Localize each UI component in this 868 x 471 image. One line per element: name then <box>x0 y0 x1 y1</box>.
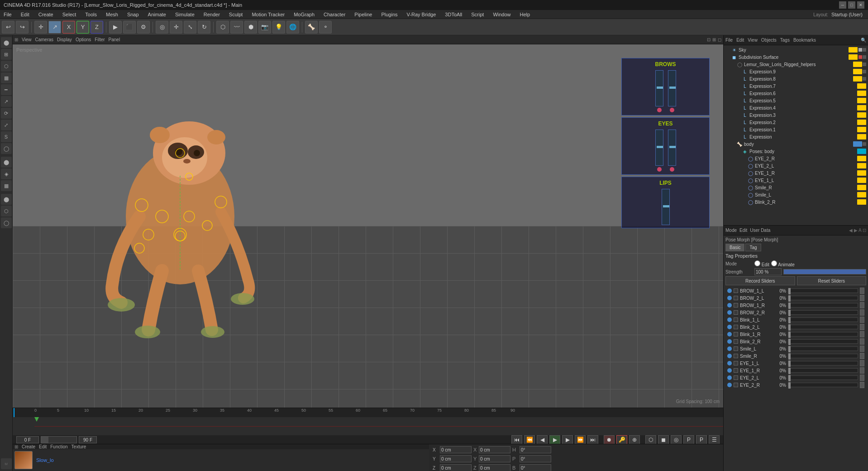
left-tool-11[interactable]: ⬤ <box>1 157 12 168</box>
viewport-icon-1[interactable]: ⊡ <box>707 37 711 42</box>
slider-key-BROW_1_L[interactable] <box>860 288 864 294</box>
z2-input[interactable] <box>479 464 510 471</box>
rotate-button[interactable]: ↻ <box>198 21 210 34</box>
p-input[interactable] <box>520 455 551 462</box>
y-axis-button[interactable]: Y <box>76 21 89 34</box>
timeline-btn-4[interactable]: P <box>683 435 694 444</box>
tree-item-helpers[interactable]: ◯ Lemur_Slow_Loris_Rigged_helpers <box>725 61 867 68</box>
slider-key-Blink_1_R[interactable] <box>860 331 864 337</box>
playhead[interactable] <box>14 408 14 417</box>
tree-item-body[interactable]: 🦴 body <box>725 140 867 148</box>
slider-handle-Blink_2_L[interactable] <box>788 324 791 331</box>
mode-animate-label[interactable]: Animate <box>771 260 795 267</box>
tree-item-eye2r[interactable]: ◯ EYE_2_R <box>725 155 867 162</box>
move-tool-button[interactable]: ↗ <box>48 21 61 34</box>
motion-paths-button[interactable]: ⊕ <box>629 435 640 444</box>
select-tool-button[interactable]: ◎ <box>156 21 168 34</box>
slider-handle-EYE_1_R[interactable] <box>788 368 791 374</box>
tree-item-blink2r[interactable]: ◯ Blink_2_R <box>725 198 867 206</box>
timeline-btn-6[interactable]: ☰ <box>709 435 720 444</box>
timeline-btn-2[interactable]: ◼ <box>658 435 669 444</box>
obj-tab-texture[interactable]: Texture <box>72 444 86 449</box>
menu-3dtoall[interactable]: 3DToAll <box>443 12 464 17</box>
tree-item-expr3[interactable]: L Expression.3 <box>725 111 867 119</box>
slider-bar-EYE_2_L[interactable] <box>788 375 858 380</box>
slider-handle-Blink_1_L[interactable] <box>788 317 791 323</box>
menu-tools[interactable]: Tools <box>83 12 99 17</box>
om-tab-file[interactable]: File <box>725 38 733 43</box>
tree-item-expr4[interactable]: L Expression.4 <box>725 104 867 111</box>
tree-item-expr8[interactable]: L Expression.8 <box>725 75 867 82</box>
menu-file[interactable]: File <box>2 12 14 17</box>
slider-bar-Blink_1_R[interactable] <box>788 332 858 336</box>
slider-eye-Blink_1_R[interactable] <box>727 332 732 336</box>
prev-frame-button[interactable]: ⏪ <box>524 435 535 444</box>
menu-help[interactable]: Help <box>518 12 532 17</box>
tree-item-expr9[interactable]: L Expression.9 <box>725 68 867 75</box>
slider-key-Smile_L[interactable] <box>860 346 864 352</box>
camera-button[interactable]: 📷 <box>258 21 271 34</box>
am-tab-mode[interactable]: Mode <box>725 228 737 233</box>
menu-motion-tracker[interactable]: Motion Tracker <box>250 12 286 17</box>
slider-eye-Blink_2_L[interactable] <box>727 325 732 329</box>
om-tab-tags[interactable]: Tags <box>780 38 790 43</box>
slider-eye-BROW_2_L[interactable] <box>727 296 732 300</box>
slider-check-BROW_2_R[interactable] <box>734 310 738 315</box>
slider-handle-Blink_1_R[interactable] <box>788 332 791 338</box>
record-sliders-button[interactable]: Record Sliders <box>725 276 795 285</box>
polygon-button[interactable]: ⬡ <box>216 21 229 34</box>
left-tool-4[interactable]: ▦ <box>1 72 12 83</box>
frame-range-bar[interactable] <box>41 436 77 443</box>
strength-bar[interactable] <box>783 269 866 274</box>
slider-eye-EYE_2_R[interactable] <box>727 383 732 387</box>
add-object-button[interactable]: ✛ <box>34 21 47 34</box>
left-tool-13[interactable]: ▦ <box>1 180 12 191</box>
tree-item-smiler[interactable]: ◯ Smile_R <box>725 184 867 191</box>
maximize-button[interactable]: □ <box>848 1 855 9</box>
menu-animate[interactable]: Animate <box>146 12 168 17</box>
redo-button[interactable]: ↪ <box>16 21 29 34</box>
next-frame-button[interactable]: ⏩ <box>575 435 586 444</box>
slider-key-Blink_2_R[interactable] <box>860 338 864 345</box>
light-button[interactable]: 💡 <box>272 21 285 34</box>
slider-bar-Blink_2_R[interactable] <box>788 339 858 344</box>
tree-item-expr1[interactable]: L Expression.1 <box>725 126 867 133</box>
tree-item-poses[interactable]: ◈ Poses: body <box>725 148 867 155</box>
slider-check-Smile_L[interactable] <box>734 346 738 351</box>
h-input[interactable] <box>520 446 551 453</box>
slider-eye-BROW_1_L[interactable] <box>727 288 732 293</box>
om-tab-edit[interactable]: Edit <box>736 38 744 43</box>
om-tab-objects[interactable]: Objects <box>761 38 777 43</box>
slider-bar-BROW_2_L[interactable] <box>788 296 858 300</box>
slider-check-Blink_1_R[interactable] <box>734 332 738 336</box>
render-view-button[interactable]: ▶ <box>109 21 122 34</box>
joint-button[interactable]: ⚬ <box>319 21 332 34</box>
timeline-btn-5[interactable]: P <box>696 435 707 444</box>
next-button[interactable]: ▶ <box>562 435 573 444</box>
left-tool-9[interactable]: S <box>1 131 12 142</box>
tree-item-expr6[interactable]: L Expression.6 <box>725 90 867 97</box>
left-tool-16[interactable]: ◯ <box>1 217 12 228</box>
om-tab-bookmarks[interactable]: Bookmarks <box>793 38 816 43</box>
slider-handle-EYE_2_R[interactable] <box>788 382 791 389</box>
left-tool-15[interactable]: ⬡ <box>1 206 12 216</box>
slider-bar-EYE_2_R[interactable] <box>788 383 858 387</box>
slider-key-BROW_1_R[interactable] <box>860 302 864 308</box>
menu-edit[interactable]: Edit <box>19 12 31 17</box>
x-pos-input[interactable] <box>440 446 472 453</box>
render-settings-button[interactable]: ⚙ <box>137 21 150 34</box>
menu-script[interactable]: Script <box>469 12 486 17</box>
om-search-icon[interactable]: 🔍 <box>861 38 866 43</box>
tree-item-expr0[interactable]: L Expression <box>725 133 867 140</box>
menu-mograph[interactable]: MoGraph <box>292 12 316 17</box>
viewport-tab-display[interactable]: Display <box>57 37 72 42</box>
slider-eye-Blink_1_L[interactable] <box>727 317 732 322</box>
slider-bar-Blink_1_L[interactable] <box>788 317 858 322</box>
mode-edit-label[interactable]: Edit <box>754 260 769 267</box>
left-tool-2[interactable]: ⊞ <box>1 49 12 60</box>
end-frame-input[interactable] <box>79 436 97 443</box>
tree-item-smilel[interactable]: ◯ Smile_L <box>725 191 867 198</box>
go-to-end-button[interactable]: ⏭ <box>587 435 598 444</box>
slider-key-EYE_2_R[interactable] <box>860 382 864 388</box>
record-keys-button[interactable]: 🔑 <box>616 435 627 444</box>
